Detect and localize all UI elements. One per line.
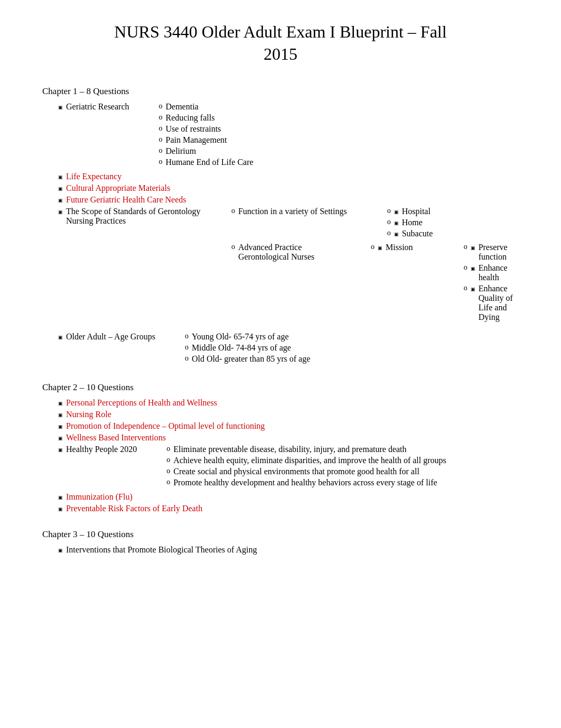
bullet-icon [394,220,399,226]
l3-item-0: MissionPreserve functionEnhance healthEn… [371,243,519,325]
l2-label: Delirium [165,146,196,156]
l4-item-0: Preserve function [464,243,519,262]
item-label: Healthy People 2020 [66,445,137,454]
l2-item-2: Create social and physical environments … [166,467,446,476]
item-label: Promotion of Independence – Optimal leve… [66,421,265,431]
l2-label: Old Old- greater than 85 yrs of age [192,354,310,364]
l2-label: Eliminate preventable disease, disabilit… [173,445,406,454]
l2-item-0: Eliminate preventable disease, disabilit… [166,445,446,454]
chapter-3-heading: Chapter 3 – 10 Questions [42,529,519,540]
chapter-2-heading: Chapter 2 – 10 Questions [42,382,519,393]
chapter-2-item-2: Promotion of Independence – Optimal leve… [58,421,519,431]
item-label: Personal Perceptions of Health and Welln… [66,398,217,408]
l3-label: Mission [386,243,413,252]
bullet-icon [58,209,63,215]
l2n-item-0: Function in a variety of SettingsHospita… [231,207,519,241]
page-title: NURS 3440 Older Adult Exam I Blueprint –… [42,21,519,65]
chapter-1-item-3: Future Geriatric Health Care Needs [58,195,519,205]
bullet-icon [394,231,399,237]
l3-item-1: Home [387,218,433,227]
chapter-1-heading: Chapter 1 – 8 Questions [42,86,519,97]
l2-item-0: Young Old- 65-74 yrs of age [185,332,310,342]
item-label: Wellness Based Interventions [66,433,166,443]
l2-item-2: Use of restraints [158,124,253,134]
bullet-icon [58,186,63,191]
item-label: Geriatric Research [66,102,129,112]
l2n-label: Advanced Practice Gerontological Nurses [238,243,331,262]
l3-label: Hospital [402,207,431,216]
l2-label: Pain Management [165,135,227,145]
bullet-icon [471,265,475,271]
l2-label: Dementia [165,102,198,112]
bullet-icon [58,412,63,418]
chapter-1-item-2: Cultural Appropriate Materials [58,183,519,193]
l2-item-4: Delirium [158,146,253,156]
l2-label: Young Old- 65-74 yrs of age [192,332,289,342]
chapter-1-item-1: Life Expectancy [58,172,519,181]
l4-label: Enhance health [479,263,519,282]
l2n-label: Function in a variety of Settings [238,207,347,216]
chapter-1: Chapter 1 – 8 QuestionsGeriatric Researc… [42,86,519,366]
bullet-icon [394,209,399,215]
l2-label: Use of restraints [165,124,221,134]
l2-label: Humane End of Life Care [165,158,253,167]
item-label: Preventable Risk Factors of Early Death [66,504,202,513]
l2-item-1: Achieve health equity, eliminate dispari… [166,456,446,465]
chapter-2-item-5: Immunization (Flu) [58,492,519,502]
chapter-2-item-3: Wellness Based Interventions [58,433,519,443]
bullet-icon [378,245,382,251]
l2-item-5: Humane End of Life Care [158,158,253,167]
bullet-icon [471,286,475,292]
item-label: Cultural Appropriate Materials [66,183,170,193]
l2-label: Promote healthy development and healthy … [173,478,437,487]
bullet-icon [58,197,63,203]
chapter-2-item-0: Personal Perceptions of Health and Welln… [58,398,519,408]
l2-item-3: Promote healthy development and healthy … [166,478,446,487]
bullet-icon [58,447,63,453]
chapter-2-item-1: Nursing Role [58,410,519,419]
chapter-2: Chapter 2 – 10 QuestionsPersonal Percept… [42,382,519,513]
bullet-icon [471,245,475,251]
chapter-3: Chapter 3 – 10 QuestionsInterventions th… [42,529,519,555]
l2-item-2: Old Old- greater than 85 yrs of age [185,354,310,364]
item-label: Life Expectancy [66,172,121,181]
l2-label: Middle Old- 74-84 yrs of age [192,343,291,353]
l2n-item-1: Advanced Practice Gerontological NursesM… [231,243,519,327]
l4-label: Preserve function [479,243,519,262]
bullet-icon [58,435,63,441]
bullet-icon [58,174,63,180]
l4-item-1: Enhance health [464,263,519,282]
chapter-2-item-4: Healthy People 2020Eliminate preventable… [58,445,519,490]
bullet-icon [58,423,63,429]
bullet-icon [58,104,63,110]
l2-label: Create social and physical environments … [173,467,419,476]
l4-item-2: Enhance Quality of Life and Dying [464,284,519,322]
l2-item-0: Dementia [158,102,253,112]
bullet-icon [58,547,63,553]
bullet-icon [58,334,63,340]
item-label: Immunization (Flu) [66,492,133,502]
l2-item-1: Reducing falls [158,113,253,123]
l3-item-2: Subacute [387,229,433,238]
l3-label: Home [402,218,423,227]
chapter-1-item-5: Older Adult – Age GroupsYoung Old- 65-74… [58,332,519,366]
item-label: Older Adult – Age Groups [66,332,155,342]
bullet-icon [58,506,63,512]
chapter-1-item-0: Geriatric ResearchDementiaReducing falls… [58,102,519,170]
l2-item-3: Pain Management [158,135,253,145]
chapter-2-item-6: Preventable Risk Factors of Early Death [58,504,519,513]
l2-label: Reducing falls [165,113,214,123]
l2-label: Achieve health equity, eliminate dispari… [173,456,446,465]
item-label: Interventions that Promote Biological Th… [66,545,257,555]
item-label: Future Geriatric Health Care Needs [66,195,186,205]
item-label: The Scope of Standards of Gerontology Nu… [66,207,202,226]
l3-label: Subacute [402,229,433,238]
l4-label: Enhance Quality of Life and Dying [479,284,519,322]
bullet-icon [58,400,63,406]
item-label: Nursing Role [66,410,111,419]
l2-item-1: Middle Old- 74-84 yrs of age [185,343,310,353]
chapter-3-item-0: Interventions that Promote Biological Th… [58,545,519,555]
bullet-icon [58,494,63,500]
l3-item-0: Hospital [387,207,433,216]
chapter-1-item-4: The Scope of Standards of Gerontology Nu… [58,207,519,330]
